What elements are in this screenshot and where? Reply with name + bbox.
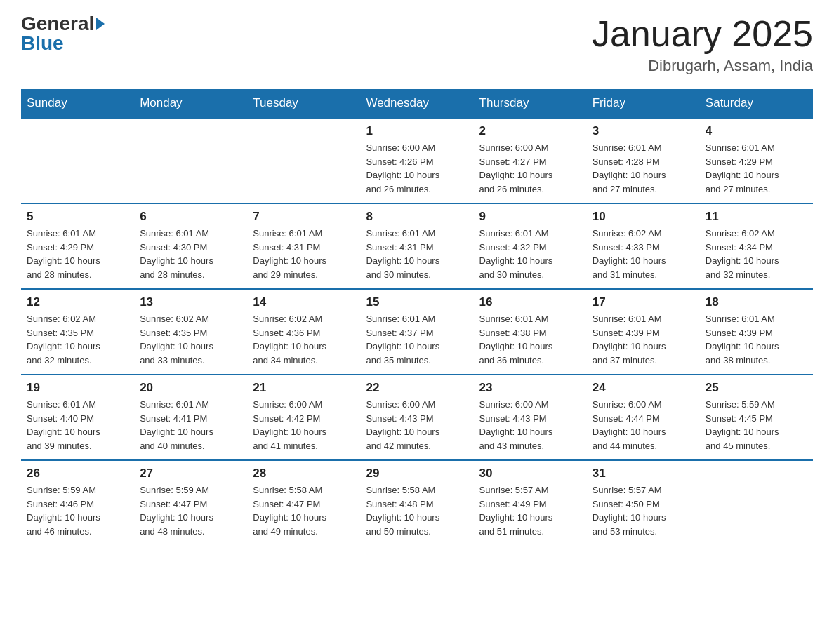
day-info: Sunrise: 6:01 AMSunset: 4:30 PMDaylight:…	[140, 227, 241, 281]
calendar-week-row: 19Sunrise: 6:01 AMSunset: 4:40 PMDayligh…	[21, 375, 813, 460]
logo-arrow-icon	[96, 18, 105, 30]
day-info: Sunrise: 6:01 AMSunset: 4:41 PMDaylight:…	[140, 398, 241, 452]
day-number: 16	[479, 295, 581, 309]
calendar-week-row: 12Sunrise: 6:02 AMSunset: 4:35 PMDayligh…	[21, 289, 813, 375]
day-info: Sunrise: 6:01 AMSunset: 4:38 PMDaylight:…	[479, 312, 581, 367]
calendar-cell: 19Sunrise: 6:01 AMSunset: 4:40 PMDayligh…	[21, 375, 134, 460]
day-number: 8	[366, 210, 468, 224]
calendar-cell	[134, 118, 247, 203]
day-info: Sunrise: 5:57 AMSunset: 4:49 PMDaylight:…	[479, 483, 581, 538]
calendar-cell: 6Sunrise: 6:01 AMSunset: 4:30 PMDaylight…	[134, 203, 247, 289]
day-info: Sunrise: 6:02 AMSunset: 4:34 PMDaylight:…	[706, 227, 807, 281]
calendar-cell: 18Sunrise: 6:01 AMSunset: 4:39 PMDayligh…	[700, 289, 813, 375]
calendar-cell: 4Sunrise: 6:01 AMSunset: 4:29 PMDaylight…	[700, 118, 813, 203]
calendar-cell: 28Sunrise: 5:58 AMSunset: 4:47 PMDayligh…	[247, 460, 360, 545]
day-number: 25	[706, 381, 807, 395]
day-info: Sunrise: 6:00 AMSunset: 4:26 PMDaylight:…	[366, 141, 468, 196]
calendar-cell: 13Sunrise: 6:02 AMSunset: 4:35 PMDayligh…	[134, 289, 247, 375]
calendar-cell: 22Sunrise: 6:00 AMSunset: 4:43 PMDayligh…	[360, 375, 473, 460]
calendar-cell: 21Sunrise: 6:00 AMSunset: 4:42 PMDayligh…	[247, 375, 360, 460]
day-number: 30	[479, 467, 581, 481]
day-info: Sunrise: 6:01 AMSunset: 4:31 PMDaylight:…	[253, 227, 355, 281]
day-of-week-header: Monday	[134, 89, 247, 118]
calendar-cell: 7Sunrise: 6:01 AMSunset: 4:31 PMDaylight…	[247, 203, 360, 289]
day-number: 26	[27, 467, 128, 481]
calendar-cell: 26Sunrise: 5:59 AMSunset: 4:46 PMDayligh…	[21, 460, 134, 545]
calendar-week-row: 1Sunrise: 6:00 AMSunset: 4:26 PMDaylight…	[21, 118, 813, 203]
day-number: 6	[140, 210, 241, 224]
day-of-week-header: Sunday	[21, 89, 134, 118]
calendar-cell: 5Sunrise: 6:01 AMSunset: 4:29 PMDaylight…	[21, 203, 134, 289]
day-number: 27	[140, 467, 241, 481]
logo: General Blue	[21, 14, 105, 53]
day-number: 13	[140, 295, 241, 309]
day-info: Sunrise: 6:02 AMSunset: 4:35 PMDaylight:…	[140, 312, 241, 367]
day-number: 24	[593, 381, 694, 395]
day-of-week-header: Friday	[587, 89, 700, 118]
day-info: Sunrise: 6:01 AMSunset: 4:32 PMDaylight:…	[479, 227, 581, 281]
day-number: 11	[706, 210, 807, 224]
day-info: Sunrise: 6:01 AMSunset: 4:39 PMDaylight:…	[706, 312, 807, 367]
day-number: 17	[593, 295, 694, 309]
day-number: 2	[479, 124, 581, 138]
logo-blue-text: Blue	[21, 32, 64, 54]
calendar-cell: 14Sunrise: 6:02 AMSunset: 4:36 PMDayligh…	[247, 289, 360, 375]
day-info: Sunrise: 6:01 AMSunset: 4:31 PMDaylight:…	[366, 227, 468, 281]
calendar-header: SundayMondayTuesdayWednesdayThursdayFrid…	[21, 89, 813, 118]
day-number: 20	[140, 381, 241, 395]
calendar-week-row: 5Sunrise: 6:01 AMSunset: 4:29 PMDaylight…	[21, 203, 813, 289]
page-header: General Blue January 2025 Dibrugarh, Ass…	[21, 14, 813, 75]
day-number: 22	[366, 381, 468, 395]
calendar-cell: 15Sunrise: 6:01 AMSunset: 4:37 PMDayligh…	[360, 289, 473, 375]
calendar-cell: 27Sunrise: 5:59 AMSunset: 4:47 PMDayligh…	[134, 460, 247, 545]
day-number: 28	[253, 467, 355, 481]
calendar-cell: 31Sunrise: 5:57 AMSunset: 4:50 PMDayligh…	[587, 460, 700, 545]
day-number: 14	[253, 295, 355, 309]
calendar-cell: 10Sunrise: 6:02 AMSunset: 4:33 PMDayligh…	[587, 203, 700, 289]
calendar-cell	[247, 118, 360, 203]
day-info: Sunrise: 5:57 AMSunset: 4:50 PMDaylight:…	[593, 483, 694, 538]
calendar-cell: 25Sunrise: 5:59 AMSunset: 4:45 PMDayligh…	[700, 375, 813, 460]
calendar-week-row: 26Sunrise: 5:59 AMSunset: 4:46 PMDayligh…	[21, 460, 813, 545]
day-info: Sunrise: 6:02 AMSunset: 4:35 PMDaylight:…	[27, 312, 128, 367]
day-number: 23	[479, 381, 581, 395]
calendar-cell: 16Sunrise: 6:01 AMSunset: 4:38 PMDayligh…	[474, 289, 587, 375]
day-info: Sunrise: 6:01 AMSunset: 4:29 PMDaylight:…	[27, 227, 128, 281]
calendar-cell: 20Sunrise: 6:01 AMSunset: 4:41 PMDayligh…	[134, 375, 247, 460]
day-info: Sunrise: 6:01 AMSunset: 4:39 PMDaylight:…	[593, 312, 694, 367]
calendar-cell: 24Sunrise: 6:00 AMSunset: 4:44 PMDayligh…	[587, 375, 700, 460]
month-title: January 2025	[592, 14, 813, 54]
day-info: Sunrise: 5:58 AMSunset: 4:48 PMDaylight:…	[366, 483, 468, 538]
day-number: 9	[479, 210, 581, 224]
day-number: 29	[366, 467, 468, 481]
day-number: 12	[27, 295, 128, 309]
calendar-cell: 29Sunrise: 5:58 AMSunset: 4:48 PMDayligh…	[360, 460, 473, 545]
day-info: Sunrise: 6:01 AMSunset: 4:37 PMDaylight:…	[366, 312, 468, 367]
calendar-cell: 3Sunrise: 6:01 AMSunset: 4:28 PMDaylight…	[587, 118, 700, 203]
day-number: 3	[593, 124, 694, 138]
calendar-body: 1Sunrise: 6:00 AMSunset: 4:26 PMDaylight…	[21, 118, 813, 545]
day-info: Sunrise: 6:00 AMSunset: 4:42 PMDaylight:…	[253, 398, 355, 452]
calendar-table: SundayMondayTuesdayWednesdayThursdayFrid…	[21, 89, 813, 545]
day-info: Sunrise: 6:01 AMSunset: 4:40 PMDaylight:…	[27, 398, 128, 452]
day-info: Sunrise: 6:00 AMSunset: 4:43 PMDaylight:…	[479, 398, 581, 452]
calendar-cell: 23Sunrise: 6:00 AMSunset: 4:43 PMDayligh…	[474, 375, 587, 460]
day-info: Sunrise: 5:59 AMSunset: 4:46 PMDaylight:…	[27, 483, 128, 538]
day-of-week-header: Saturday	[700, 89, 813, 118]
calendar-cell: 2Sunrise: 6:00 AMSunset: 4:27 PMDaylight…	[474, 118, 587, 203]
day-number: 5	[27, 210, 128, 224]
day-info: Sunrise: 6:00 AMSunset: 4:27 PMDaylight:…	[479, 141, 581, 196]
day-number: 1	[366, 124, 468, 138]
day-info: Sunrise: 5:59 AMSunset: 4:47 PMDaylight:…	[140, 483, 241, 538]
title-block: January 2025 Dibrugarh, Assam, India	[592, 14, 813, 75]
day-info: Sunrise: 5:59 AMSunset: 4:45 PMDaylight:…	[706, 398, 807, 452]
calendar-cell	[21, 118, 134, 203]
calendar-cell: 9Sunrise: 6:01 AMSunset: 4:32 PMDaylight…	[474, 203, 587, 289]
logo-general-text: General	[21, 14, 94, 34]
day-of-week-header: Thursday	[474, 89, 587, 118]
calendar-cell: 11Sunrise: 6:02 AMSunset: 4:34 PMDayligh…	[700, 203, 813, 289]
calendar-cell: 8Sunrise: 6:01 AMSunset: 4:31 PMDaylight…	[360, 203, 473, 289]
day-number: 19	[27, 381, 128, 395]
day-info: Sunrise: 6:02 AMSunset: 4:33 PMDaylight:…	[593, 227, 694, 281]
calendar-cell	[700, 460, 813, 545]
